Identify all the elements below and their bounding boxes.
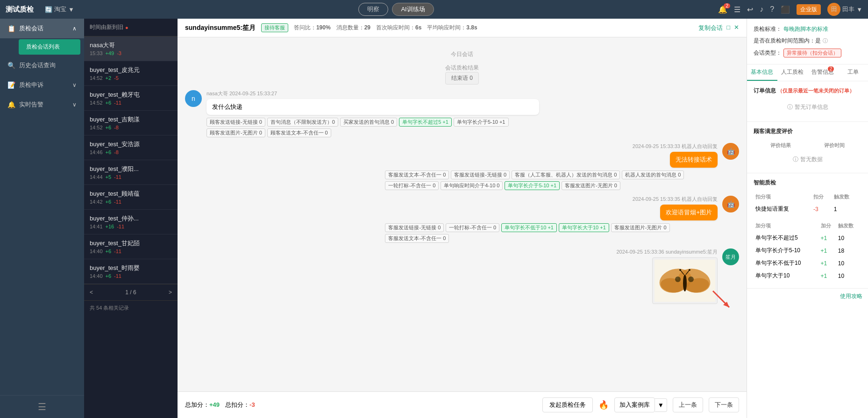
help-icon[interactable]: ? — [770, 5, 774, 14]
add-col2: 加分 — [820, 220, 836, 231]
conv-list: 时间由新到旧 ● nasa大哥 15:33 +49 -3 buyer_test_… — [84, 19, 178, 418]
robot-msg-content-2: 2024-09-25 15:33:35 机器人自动回复 欢迎语冒烟+图片 客服发… — [385, 196, 718, 243]
username: 田丰 — [842, 5, 854, 14]
tag: 首句消息（不限制发送方）0 — [267, 118, 338, 127]
conv-item[interactable]: nasa大哥 15:33 +49 -3 — [84, 36, 178, 61]
appeal-icon: 📝 — [7, 81, 15, 89]
chat-area: sundayinsumme5:笙月 接待客服 答问比：190% 消息数量：29 … — [178, 19, 747, 418]
notification-badge: 2 — [724, 3, 730, 8]
menu-icon[interactable]: ☰ — [734, 5, 740, 14]
conv-item[interactable]: buyer_test_吉鹅漾 14:52 +6 -8 — [84, 111, 178, 135]
tab-manual-qc[interactable]: 人工质检 — [777, 64, 808, 81]
next-conv-btn[interactable]: 下一条 — [709, 397, 739, 412]
sidebar-sub-item-list[interactable]: 质检会话列表 — [19, 39, 80, 55]
conv-name: nasa大哥 — [90, 41, 172, 50]
app-title: 测试质检 — [6, 5, 34, 14]
copy-conv-btn[interactable]: 复制会话 — [698, 24, 723, 32]
prev-conv-btn[interactable]: 上一条 — [673, 397, 703, 412]
topbar: 测试质检 🔄 淘宝 ▼ 明察 AI训练场 🔔 2 ☰ ↩ ♪ ? ⬛ 企业版 田… — [0, 0, 868, 19]
topbar-center: 明察 AI训练场 — [80, 3, 712, 16]
refresh-icon[interactable]: ↩ — [747, 5, 753, 14]
conv-name: buyer_test_仲孙... — [90, 214, 172, 223]
sort-label: 时间由新到旧 — [90, 23, 123, 31]
info-icon[interactable]: ⓘ — [823, 37, 828, 44]
svg-point-6 — [688, 276, 694, 282]
avatar: 田 — [827, 3, 840, 16]
buyer-msg-tags: 顾客发送链接-无链接 0 首句消息（不限制发送方）0 买家发送的首句消息 0 单… — [206, 118, 539, 137]
svg-point-5 — [675, 276, 681, 282]
order-subtitle: （仅显示最近一笔未关闭的订单） — [777, 88, 854, 93]
ai-btn[interactable]: AI训练场 — [392, 3, 434, 16]
buyer-msg-content: nasa大哥 2024-09-25 15:33:27 发什么快递 顾客发送链接-… — [206, 90, 539, 137]
prev-page-btn[interactable]: < — [90, 289, 93, 296]
tag: 单句响应时间介于4-10 0 — [441, 181, 503, 190]
conv-scores: 14:52 +2 -5 — [90, 75, 172, 81]
tab-alert-info[interactable]: 告警信息 2 — [808, 64, 838, 81]
grid-icon[interactable]: ⬛ — [781, 5, 790, 14]
add-case-btn[interactable]: 加入案例库 — [614, 397, 655, 412]
date-divider: 今日会话 — [185, 50, 739, 58]
qc-standard-link[interactable]: 每晚跑脚本的标准 — [783, 25, 828, 33]
satisfaction-title: 顾客满意度评价 — [754, 128, 861, 135]
tag: 单句字长介于5-10 +1 — [505, 181, 560, 190]
total-pos-score: 总加分：+49 — [185, 401, 220, 409]
add-table: 加分项 加分 触发数 单句字长不超过5 +1 10 单句字长介于5-10 +1 … — [754, 220, 861, 283]
satisfaction-section: 顾客满意度评价 评价结果 评价时间 ⓘ 暂无数据 — [747, 122, 868, 173]
sidebar-item-alert[interactable]: 🔔 实时告警 ∨ — [0, 95, 84, 114]
add-count: 10 — [837, 257, 861, 269]
sidebar-label-alert: 实时告警 — [19, 100, 43, 109]
sidebar-item-qc[interactable]: 📋 质检会话 ∧ — [0, 19, 84, 38]
tag: 买家发送的首句消息 0 — [340, 118, 397, 127]
conv-item[interactable]: buyer_test_赖牙屯 14:52 +6 -11 — [84, 86, 178, 111]
use-tip[interactable]: 使用攻略 — [747, 289, 868, 304]
quality-result: 会话质检结果 结束语 0 — [185, 64, 739, 85]
quality-badge: 结束语 0 — [445, 72, 479, 85]
robot-msg-row-1: 🤖 2024-09-25 15:33:33 机器人自动回复 无法转接话术 客服发… — [185, 143, 739, 190]
conv-item[interactable]: buyer_test_濮阳... 14:44 +5 -11 — [84, 160, 178, 185]
sidebar-item-appeal[interactable]: 📝 质检申诉 ∨ — [0, 75, 84, 95]
close-btn[interactable]: ✕ — [734, 24, 739, 32]
notification-icon[interactable]: 🔔 2 — [718, 5, 727, 14]
seller-image — [652, 257, 718, 304]
start-task-btn[interactable]: 发起质检任务 — [542, 397, 593, 412]
svg-point-11 — [689, 269, 690, 271]
order-empty: ⓘ 暂无订单信息 — [754, 99, 861, 116]
next-page-btn[interactable]: > — [169, 289, 172, 296]
left-sidebar: 📋 质检会话 ∧ 质检会话列表 🔍 历史会话查询 📝 质检申诉 ∨ 🔔 实时告警… — [0, 19, 84, 418]
tag: 顾客发送文本-不含任一 0 — [267, 128, 331, 137]
minimize-btn[interactable]: □ — [726, 24, 730, 32]
conv-item[interactable]: buyer_test_时雨婴 14:40 +6 -11 — [84, 259, 178, 284]
conv-item[interactable]: buyer_test_皮兆元 14:52 +2 -5 — [84, 61, 178, 86]
add-row: 单句字长不低于10 +1 10 — [754, 257, 861, 269]
red-arrow-indicator — [708, 289, 736, 313]
conv-name: buyer_test_赖牙屯 — [90, 91, 172, 99]
smart-btn[interactable]: 明察 — [358, 3, 388, 16]
conv-scores: 14:42 +6 -11 — [90, 199, 172, 205]
deduct-table: 扣分项 扣分 触发数 快捷短语重复 -3 1 — [754, 191, 861, 216]
collapse-icon[interactable]: ☰ — [38, 401, 46, 412]
deduct-count: 1 — [833, 203, 861, 215]
chat-header-actions: 复制会话 □ ✕ — [698, 24, 739, 32]
conv-item[interactable]: buyer_test_顾靖蕴 14:42 +6 -11 — [84, 185, 178, 210]
conv-item[interactable]: buyer_test_仲孙... 14:41 +16 -11 — [84, 210, 178, 234]
sound-icon[interactable]: ♪ — [760, 5, 763, 14]
buyer-msg-row: n nasa大哥 2024-09-25 15:33:27 发什么快递 顾客发送链… — [185, 90, 739, 137]
add-row: 单句字大于10 +1 10 — [754, 270, 861, 282]
right-panel-header: 质检标准： 每晚跑脚本的标准 是否在质检时间范围内：是 ⓘ 会话类型： 异常接待… — [747, 19, 868, 64]
user-info[interactable]: 田 田丰 ▼ — [827, 3, 862, 16]
platform-selector[interactable]: 🔄 淘宝 ▼ — [45, 5, 74, 14]
tab-basic-info[interactable]: 基本信息 — [747, 64, 777, 81]
total-neg-score: 总扣分：-3 — [225, 401, 255, 409]
sidebar-item-history[interactable]: 🔍 历史会话查询 — [0, 56, 84, 75]
tab-workorder[interactable]: 工单 — [838, 64, 868, 81]
conv-item[interactable]: buyer_test_甘妃皕 14:40 +6 -11 — [84, 234, 178, 259]
chat-role-tag: 接待客服 — [261, 23, 288, 32]
conv-item[interactable]: buyer_test_安浩源 14:46 +6 -8 — [84, 135, 178, 160]
sidebar-sub-qc: 质检会话列表 — [0, 38, 84, 56]
stat-answer-ratio: 答问比：190% — [294, 24, 331, 32]
conv-scores: 14:40 +6 -11 — [90, 248, 172, 254]
chat-partner-name: sundayinsumme5:笙月 — [185, 24, 256, 32]
tag: 一轮打标-不含任一 0 — [385, 181, 439, 190]
tag: 单句字长大于10 +1 — [559, 223, 609, 232]
add-case-dropdown[interactable]: ▼ — [655, 398, 667, 412]
